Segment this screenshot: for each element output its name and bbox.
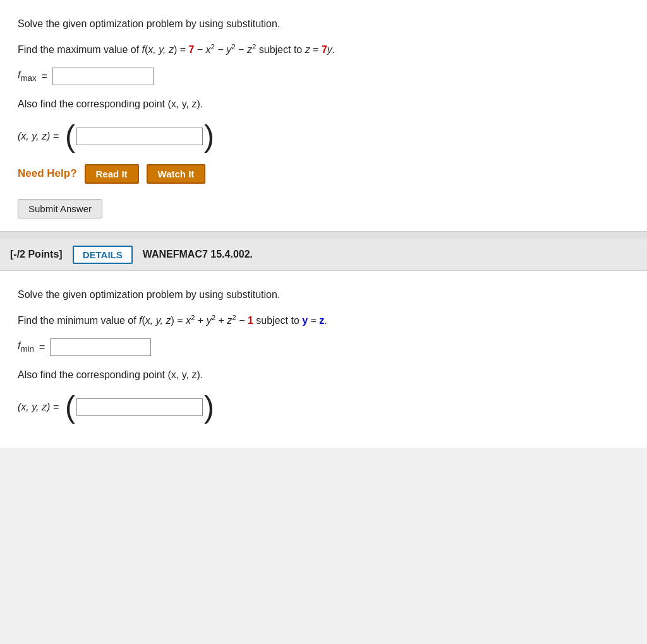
fmax-equals: = (42, 71, 47, 82)
read-it-button[interactable]: Read It (85, 164, 139, 184)
highlight-y: y (302, 315, 308, 326)
point-label-1: Also find the corresponding point (x, y,… (18, 95, 629, 112)
xyz-prefix-2: (x, y, z) = (18, 402, 59, 413)
need-help-label: Need Help? (18, 167, 77, 180)
xyz-input-row-1: (x, y, z) = ( ) (18, 121, 629, 152)
points-label: [-/2 Points] (10, 249, 63, 260)
close-paren-2: ) (204, 392, 214, 422)
section-divider (0, 232, 647, 239)
submit-row: Submit Answer (18, 199, 629, 218)
problem-section-1: Solve the given optimization problem by … (0, 0, 647, 232)
fmax-input[interactable] (52, 68, 154, 85)
problem-section-2: Solve the given optimization problem by … (0, 271, 647, 448)
close-paren-1: ) (204, 121, 214, 152)
fmin-input[interactable] (50, 338, 151, 356)
problem-statement-1: Find the maximum value of f(x, y, z) = 7… (18, 41, 629, 59)
fmin-input-row: fmin = (18, 338, 629, 356)
problem-code: WANEFMAC7 15.4.002. (143, 249, 253, 260)
highlight-7-2: 7 (322, 45, 327, 56)
xyz-input-row-2: (x, y, z) = ( ) (18, 392, 629, 422)
instruction-1: Solve the given optimization problem by … (18, 15, 629, 32)
watch-it-button[interactable]: Watch It (147, 164, 206, 184)
point-label-2: Also find the corresponding point (x, y,… (18, 366, 629, 383)
highlight-z: z (319, 315, 324, 326)
problem-statement-2: Find the minimum value of f(x, y, z) = x… (18, 312, 629, 330)
xyz-input-1[interactable] (76, 128, 203, 145)
fmax-label: fmax (18, 69, 37, 83)
highlight-7-1: 7 (188, 45, 194, 56)
xyz-input-2[interactable] (76, 398, 203, 416)
details-button[interactable]: DETAILS (73, 246, 133, 264)
open-paren-2: ( (65, 392, 75, 422)
instruction-2: Solve the given optimization problem by … (18, 286, 629, 303)
fmax-input-row: fmax = (18, 68, 629, 85)
submit-answer-button[interactable]: Submit Answer (18, 199, 102, 218)
open-paren-1: ( (65, 121, 75, 152)
xyz-prefix-1: (x, y, z) = (18, 131, 59, 142)
need-help-row: Need Help? Read It Watch It (18, 164, 629, 184)
fmin-equals: = (39, 342, 45, 353)
highlight-1: 1 (248, 315, 253, 326)
details-bar: [-/2 Points] DETAILS WANEFMAC7 15.4.002. (0, 239, 647, 271)
fmin-label: fmin (18, 340, 34, 354)
